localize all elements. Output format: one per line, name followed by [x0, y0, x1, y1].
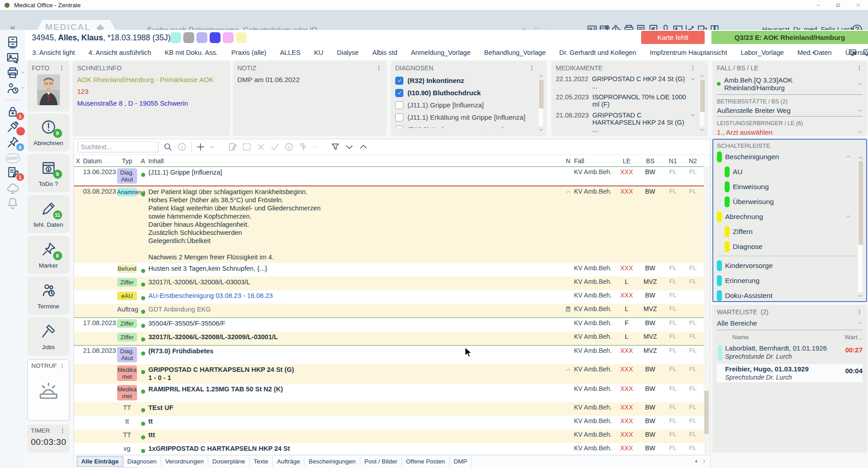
journal-row[interactable]: TTTEst UFKV Amb.Beh.XXXBWFLFL: [74, 402, 710, 416]
diagnosen-menu-icon[interactable]: [529, 64, 535, 72]
scroll-up-icon[interactable]: [538, 73, 544, 79]
view-tab-4-ansicht-ausführlich[interactable]: 4. Ansicht ausführlich: [87, 47, 153, 58]
journal-row[interactable]: ttttKV Amb.Beh.XXXBWFLFL: [74, 416, 710, 429]
journal-row[interactable]: BefundHusten seit 3 Tagen,kein Schnupfen…: [74, 263, 710, 277]
diagnose-checkbox[interactable]: [395, 89, 403, 97]
journal-tab-alle-einträge[interactable]: Alle Einträge: [77, 456, 123, 467]
journal-scrollbar[interactable]: [704, 166, 710, 454]
insurance-quarter-badge[interactable]: Q3/23 E: AOK Rheinland/Hamburg: [711, 31, 868, 44]
schalter-erinnerung[interactable]: Erinnerung: [717, 273, 863, 288]
schalter-diagnose[interactable]: Diagnose: [717, 239, 863, 254]
col-name[interactable]: Name: [732, 334, 749, 341]
document-edit-icon[interactable]: 1: [6, 166, 20, 179]
tabs-left-icon[interactable]: [694, 459, 699, 464]
view-tab-dialyse[interactable]: Dialyse: [335, 47, 361, 58]
col-n[interactable]: N: [562, 157, 574, 165]
scroll-down-icon[interactable]: [699, 127, 705, 132]
cloud-icon[interactable]: [6, 181, 20, 195]
view-tab-impfzentrum-hauptansicht[interactable]: Impfzentrum Hauptansicht: [648, 47, 729, 58]
view-tab-alles[interactable]: ALLES: [278, 47, 302, 58]
chevron-down-icon[interactable]: [312, 142, 318, 152]
view-tab-praxis-alle-[interactable]: Praxis (alle): [230, 47, 268, 58]
scroll-down-icon[interactable]: [858, 293, 863, 298]
medikamente-menu-icon[interactable]: [690, 64, 696, 72]
schalter-einweisung[interactable]: Einweisung: [717, 179, 863, 194]
journal-tab-dmp[interactable]: DMP: [450, 457, 472, 466]
warteliste-menu-icon[interactable]: [856, 308, 863, 316]
le-selector[interactable]: 1., Arzt auswählen: [717, 127, 863, 138]
patient-marker-swatch-4[interactable]: [223, 32, 234, 43]
journal-tab-texte[interactable]: Texte: [250, 457, 273, 466]
schalter-doku-assistent[interactable]: Doku-Assistent: [717, 288, 863, 302]
paragraph-icon[interactable]: [298, 142, 308, 152]
journal-row[interactable]: eAUAU-Erstbescheinigung 03.08.23 - 16.08…: [74, 290, 710, 304]
emergency-button-icon[interactable]: [36, 380, 61, 401]
medication-item[interactable]: 21.08.2023GRIPPOSTAD C HARTKAPSELN HKP 2…: [556, 112, 703, 133]
view-tab-ku[interactable]: KU: [312, 47, 325, 58]
col-fall[interactable]: Fall: [574, 157, 616, 165]
view-tab-anmeldung-vorlage[interactable]: Anmeldung_Vorlage: [409, 47, 472, 58]
schalter-abrechnung[interactable]: Abrechnung: [717, 209, 863, 224]
schalter-ziffern[interactable]: Ziffern: [717, 224, 863, 239]
col-datum[interactable]: Datum: [83, 157, 117, 165]
card-fehl-daten[interactable]: 11fehl. Daten: [27, 195, 69, 233]
collapse-entry-icon[interactable]: [565, 367, 572, 373]
diagnose-checkbox[interactable]: [395, 126, 403, 128]
journal-row[interactable]: AuftragGDT Anbindung EKGKV Amb.Beh.LMVZF…: [74, 304, 710, 317]
schalterleiste-scrollbar[interactable]: [858, 155, 863, 298]
tabs-right-icon[interactable]: [701, 459, 706, 464]
col-le[interactable]: LE: [616, 157, 638, 165]
tabs-scroll-left-icon[interactable]: [811, 50, 816, 55]
case-selector[interactable]: Amb.Beh.[Q 3.23]AOK Rheinland/Hamburg: [717, 76, 863, 95]
warteliste-row[interactable]: Freibier, Hugo, 01.03.1929Sprechstunde D…: [717, 364, 863, 382]
journal-tab-offene-posten[interactable]: Offene Posten: [402, 457, 450, 466]
minimize-button[interactable]: [808, 0, 828, 10]
diagnose-checkbox[interactable]: [395, 113, 403, 122]
card-todo-[interactable]: 9ToDo ?: [27, 154, 69, 192]
journal-tab-dosierpläne[interactable]: Dosierpläne: [208, 457, 250, 466]
col-n2[interactable]: N2: [683, 157, 703, 165]
card-jobs[interactable]: Jobs: [27, 317, 69, 356]
col-typ[interactable]: Typ: [117, 157, 137, 165]
card-abrechnen[interactable]: 9Abrechnen: [27, 113, 69, 151]
patient-marker-swatch-0[interactable]: [170, 32, 181, 43]
lock-icon[interactable]: 1: [6, 105, 20, 118]
journal-row[interactable]: Medika metRAMIPRIL HEXAL 1.25MG TAB 50 S…: [74, 384, 710, 402]
patient-marker-swatch-2[interactable]: [196, 32, 207, 43]
post-image-icon[interactable]: [6, 51, 20, 64]
fall-menu-icon[interactable]: [856, 64, 863, 72]
card-marker[interactable]: 8Marker: [27, 236, 69, 274]
info-icon[interactable]: [284, 142, 294, 152]
warteliste-area-filter[interactable]: Alle Bereiche: [717, 316, 863, 330]
journal-row[interactable]: 21.08.2023Diag. Akut(R73.0) Frühdiabetes…: [74, 345, 710, 364]
journal-row[interactable]: Ziffer32017/L-32006/L-32008/L-03003/LKV …: [74, 277, 710, 290]
vaccination-icon[interactable]: [6, 120, 20, 134]
medikamente-scrollbar[interactable]: [699, 73, 705, 132]
funnel-table-icon[interactable]: [330, 142, 340, 152]
expand-chevron-icon[interactable]: [690, 112, 696, 118]
chevron-down-icon[interactable]: [344, 142, 354, 152]
patient-marker-swatch-5[interactable]: [236, 32, 247, 43]
col-bs[interactable]: BS: [638, 157, 663, 165]
close-button[interactable]: [848, 0, 868, 10]
view-tab-albis-std[interactable]: Albis std: [370, 47, 399, 58]
journal-tab-diagnosen[interactable]: Diagnosen: [123, 457, 162, 466]
scroll-up-icon[interactable]: [858, 155, 863, 161]
journal-row[interactable]: Medika metGRIPPOSTAD C HARTKAPSELN HKP 2…: [74, 364, 710, 384]
medication-item[interactable]: 22.11.2022GRIPPOSTAD C HKP 24 St (G) ...: [556, 75, 703, 90]
timer-menu-icon[interactable]: [59, 427, 66, 434]
scroll-up-icon[interactable]: [699, 73, 705, 79]
foto-menu-icon[interactable]: [59, 64, 65, 72]
edmp-icon[interactable]: eDMP: [5, 153, 20, 163]
panel-notruf[interactable]: NOTRUF: [27, 359, 69, 421]
bs-selector[interactable]: Außenstelle Breiter Weg: [717, 105, 863, 117]
notiz-menu-icon[interactable]: [376, 64, 382, 72]
patient-cabinet-icon[interactable]: [6, 35, 20, 49]
chevron-up-icon[interactable]: [358, 142, 368, 152]
journal-row[interactable]: 13.06.2023Diag. Akut(J11.1) Grippe [Infl…: [74, 167, 710, 185]
layout-settings-icon[interactable]: [848, 48, 858, 57]
schalter-überweisung[interactable]: Überweisung: [717, 194, 863, 209]
journal-tab-verordnungen[interactable]: Verordnungen: [161, 457, 208, 466]
schalter-au[interactable]: AU: [717, 164, 863, 179]
plus-icon[interactable]: [196, 142, 206, 152]
